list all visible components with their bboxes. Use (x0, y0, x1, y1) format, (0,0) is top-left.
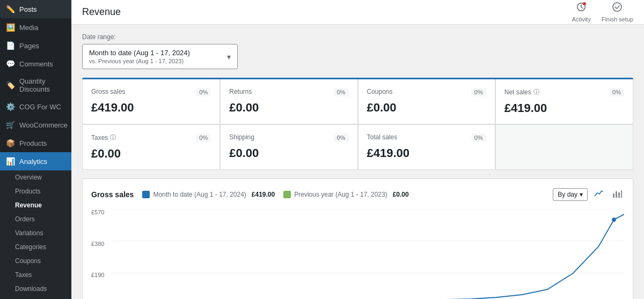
finish-setup-button[interactable]: Finish setup (602, 2, 633, 23)
stat-pct-shipping: 0% (334, 133, 349, 142)
sidebar-label-quantity-discounts: Quantity Discounts (19, 77, 66, 93)
stat-gross-sales: Gross sales £419.00 0% (83, 79, 220, 124)
woocommerce-icon: 🛒 (5, 120, 15, 130)
submenu-item-categories[interactable]: Categories (0, 240, 71, 254)
comments-icon: 💬 (5, 59, 15, 69)
svg-rect-4 (618, 192, 620, 198)
stat-net-sales: Net sales ⓘ £419.00 0% (495, 79, 633, 124)
sidebar-label-cog-for-wc: COG For WC (19, 103, 66, 111)
y-label-570: £570 (91, 209, 104, 215)
stat-pct-gross-sales: 0% (196, 88, 211, 96)
svg-rect-2 (613, 193, 614, 198)
chart-legend-current: Month to date (Aug 1 - 17, 2024) £419.00 (142, 191, 275, 198)
sidebar-item-quantity-discounts[interactable]: 🏷️ Quantity Discounts (0, 73, 71, 98)
chart-y-labels: £570 £380 £190 (91, 209, 104, 299)
chart-line-svg (113, 209, 624, 299)
chart-controls: By day ▾ (553, 186, 624, 203)
submenu-item-products[interactable]: Products (0, 184, 71, 198)
sidebar: ✏️ Posts 🖼️ Media 📄 Pages 💬 Comments 🏷️ … (0, 0, 71, 299)
submenu-item-orders[interactable]: Orders (0, 212, 71, 226)
submenu-item-variations[interactable]: Variations (0, 226, 71, 240)
by-day-selector[interactable]: By day ▾ (553, 188, 588, 201)
sidebar-label-media: Media (19, 24, 66, 32)
sidebar-item-products[interactable]: 📦 Products (0, 134, 71, 152)
chevron-down-icon: ▾ (227, 53, 231, 61)
sidebar-item-pages[interactable]: 📄 Pages (0, 36, 71, 55)
stat-label-returns: Returns (229, 88, 348, 95)
sidebar-label-posts: Posts (19, 5, 66, 13)
sidebar-label-pages: Pages (19, 42, 66, 50)
legend-value-previous: £0.00 (393, 191, 409, 198)
sidebar-label-comments: Comments (19, 60, 66, 68)
submenu-item-overview[interactable]: Overview (0, 170, 71, 184)
chart-title: Gross sales (91, 190, 134, 199)
topbar: Revenue Activity (71, 0, 644, 25)
svg-point-0 (583, 2, 586, 5)
media-icon: 🖼️ (5, 23, 15, 32)
submenu-item-revenue[interactable]: Revenue (0, 198, 71, 212)
stat-pct-total-sales: 0% (471, 133, 486, 142)
stats-section: Gross sales £419.00 0% Returns £0.00 0% (82, 78, 633, 170)
stat-empty (495, 125, 633, 169)
stat-value-total-sales: £419.00 (367, 146, 486, 160)
stat-pct-taxes: 0% (196, 133, 211, 142)
stat-value-shipping: £0.00 (229, 146, 348, 160)
svg-rect-5 (621, 190, 622, 198)
bar-chart-button[interactable] (610, 186, 624, 203)
content-area: Date range: Month to date (Aug 1 - 17, 2… (71, 25, 644, 299)
finish-setup-label: Finish setup (602, 16, 633, 23)
submenu-item-stock[interactable]: Stock (0, 296, 71, 299)
activity-label: Activity (572, 16, 591, 23)
stats-row-2: Taxes ⓘ £0.00 0% Shipping £0.00 0% (83, 124, 633, 169)
date-range-main: Month to date (Aug 1 - 17, 2024) (89, 49, 190, 57)
stat-value-net-sales: £419.00 (504, 101, 624, 115)
y-label-380: £380 (91, 241, 104, 247)
by-day-label: By day (558, 191, 577, 198)
sidebar-item-cog-for-wc[interactable]: ⚙️ COG For WC (0, 98, 71, 116)
analytics-icon: 📊 (5, 156, 15, 166)
line-chart-button[interactable] (592, 186, 606, 203)
sidebar-item-posts[interactable]: ✏️ Posts (0, 0, 71, 18)
activity-button[interactable]: Activity (572, 2, 591, 23)
sidebar-item-analytics[interactable]: 📊 Analytics (0, 152, 71, 170)
stats-row-1: Gross sales £419.00 0% Returns £0.00 0% (83, 79, 633, 124)
topbar-actions: Activity Finish setup (572, 2, 633, 23)
chart-header: Gross sales Month to date (Aug 1 - 17, 2… (91, 186, 624, 203)
stat-total-sales: Total sales £419.00 0% (358, 125, 495, 169)
stat-returns: Returns £0.00 0% (220, 79, 357, 124)
by-day-chevron-icon: ▾ (580, 191, 583, 198)
stat-pct-coupons: 0% (471, 88, 486, 96)
products-icon: 📦 (5, 138, 15, 148)
sidebar-item-woocommerce[interactable]: 🛒 WooCommerce (0, 116, 71, 134)
stat-label-gross-sales: Gross sales (91, 88, 211, 95)
stats-container: Gross sales £419.00 0% Returns £0.00 0% (82, 79, 633, 170)
stat-value-returns: £0.00 (229, 101, 348, 115)
net-sales-info-icon: ⓘ (533, 88, 539, 96)
legend-label-current: Month to date (Aug 1 - 17, 2024) (153, 191, 246, 198)
activity-icon (576, 2, 587, 15)
finish-setup-icon (612, 2, 623, 15)
stat-label-net-sales: Net sales ⓘ (504, 88, 624, 96)
submenu-item-taxes[interactable]: Taxes (0, 268, 71, 282)
legend-value-current: £419.00 (252, 191, 275, 198)
date-range-label: Date range: (82, 33, 633, 41)
legend-checkbox-current[interactable] (142, 191, 150, 198)
stat-label-taxes: Taxes ⓘ (91, 133, 211, 141)
sidebar-item-comments[interactable]: 💬 Comments (0, 55, 71, 73)
page-title: Revenue (82, 6, 121, 18)
cog-for-wc-icon: ⚙️ (5, 102, 15, 111)
svg-rect-3 (616, 191, 617, 198)
submenu-item-coupons[interactable]: Coupons (0, 254, 71, 268)
analytics-submenu: Overview Products Revenue Orders Variati… (0, 170, 71, 299)
date-range-selector[interactable]: Month to date (Aug 1 - 17, 2024) vs. Pre… (82, 44, 238, 69)
main-content: Revenue Activity (71, 0, 644, 299)
sidebar-item-media[interactable]: 🖼️ Media (0, 18, 71, 36)
stat-pct-net-sales: 0% (609, 88, 624, 96)
y-label-190: £190 (91, 272, 104, 278)
sidebar-label-analytics: Analytics (19, 158, 66, 166)
submenu-item-downloads[interactable]: Downloads (0, 282, 71, 296)
stat-value-taxes: £0.00 (91, 147, 211, 161)
sidebar-label-woocommerce: WooCommerce (19, 121, 68, 129)
chart-legend-previous: Previous year (Aug 1 - 17, 2023) £0.00 (283, 191, 408, 198)
legend-checkbox-previous[interactable] (283, 191, 291, 198)
